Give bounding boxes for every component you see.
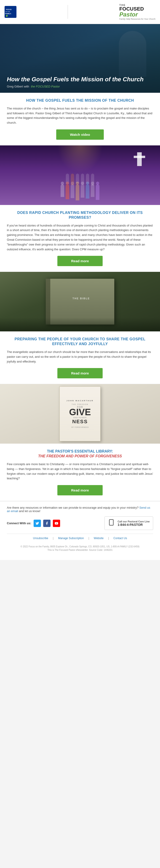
book-author: JOHN MACARTHUR	[67, 400, 93, 402]
article-4-title-line1: THE PASTOR'S ESSENTIAL LIBRARY:	[7, 449, 153, 454]
separator-2: |	[88, 536, 89, 540]
pastoral-info: Call our Pastoral Care Line 1-844-4-PAST…	[118, 520, 150, 527]
book-ness: NESS	[72, 418, 88, 425]
facebook-icon[interactable]	[43, 520, 50, 527]
article-4-title: THE PASTOR'S ESSENTIAL LIBRARY: THE FREE…	[7, 449, 153, 459]
tagline-text: Family Help Resources for Your Church	[119, 18, 155, 20]
header-divider	[68, 5, 68, 19]
book-give: GIVE	[69, 407, 91, 416]
svg-text:ON THE: ON THE	[5, 11, 10, 12]
article-3-image: THE BIBLE	[0, 272, 160, 332]
article-3-body: The evangelistic aspirations of our chur…	[7, 350, 153, 364]
hero-image: How the Gospel Fuels the Mission of the …	[0, 24, 160, 93]
focused-pastor-logo: THE FOCUSED Pastor Family Help Resources…	[119, 4, 155, 20]
article-4-image: JOHN MACARTHUR THE FREEDOM FOR GIVE AND …	[0, 384, 160, 444]
article-4-title-line2: THE FREEDOM AND POWER OF FORGIVENESS	[7, 454, 153, 459]
svg-text:♦: ♦	[6, 16, 7, 17]
article-1-title: HOW THE GOSPEL FUELS THE MISSION OF THE …	[7, 98, 153, 103]
hero-author: Greg Gilbert with the FOCUSED Pastor	[7, 85, 144, 88]
pastor-label: Pastor	[119, 11, 138, 18]
hero-author-prefix: Greg Gilbert with	[7, 85, 29, 88]
read-more-button-3[interactable]: Read more	[57, 485, 103, 495]
encourage-text: Are there any resources or information w…	[7, 506, 153, 513]
and-text: and let us know!	[19, 509, 40, 513]
hero-overlay: How the Gospel Fuels the Mission of the …	[7, 76, 144, 88]
article-4-body: Few concepts are more basic to Christian…	[7, 462, 153, 481]
article-4-cta-wrapper: Read more	[7, 485, 153, 495]
focused-label: FOCUSED	[119, 6, 144, 11]
phone-icon	[108, 519, 115, 527]
connect-row: Connect With us: Call our Pastoral Care …	[7, 517, 153, 530]
connect-label: Connect With us:	[7, 522, 31, 525]
article-1-section: HOW THE GOSPEL FUELS THE MISSION OF THE …	[0, 93, 160, 146]
article-2-image	[0, 146, 160, 205]
article-3-section: PREPARING THE PEOPLE OF YOUR CHURCH TO S…	[0, 332, 160, 384]
book-and-power: AND POWER	[73, 416, 87, 418]
article-2-cta-wrapper: Read more	[7, 256, 153, 266]
svg-text:FAMILY.: FAMILY.	[5, 12, 11, 14]
book-of-forgiveness: OF FORGIVENESS	[71, 427, 89, 428]
pastoral-care-line: Call our Pastoral Care Line 1-844-4-PAST…	[105, 517, 153, 530]
copyright-line1: © 2022 Focus on the Family, 8605 Explore…	[11, 545, 149, 548]
separator-3: |	[108, 536, 109, 540]
article-3-cta-wrapper: Read more	[7, 368, 153, 378]
manage-subscription-link[interactable]: Manage Subscription	[58, 536, 84, 540]
book-title-the: THE FREEDOM	[72, 404, 88, 405]
watch-video-button[interactable]: Watch video	[56, 129, 104, 140]
article-1-cta-wrapper: Watch video	[7, 129, 153, 140]
hero-title: How the Gospel Fuels the Mission of the …	[7, 76, 144, 83]
article-2-section: DOES RAPID CHURCH PLANTING METHODOLOGY D…	[0, 205, 160, 272]
youtube-icon[interactable]	[53, 520, 60, 527]
article-1-body: The mission of the church – the thing Je…	[7, 106, 153, 125]
article-4-section: THE PASTOR'S ESSENTIAL LIBRARY: THE FREE…	[0, 444, 160, 501]
hero-author-brand: the FOCUSED Pastor	[31, 85, 59, 88]
pastoral-phone: 1-844-4-PASTOR	[118, 523, 150, 527]
article-2-title: DOES RAPID CHURCH PLANTING METHODOLOGY D…	[7, 211, 153, 220]
connect-us: Connect With us:	[7, 520, 60, 527]
pastoral-line1: Call our Pastoral Care Line	[118, 520, 150, 523]
svg-text:FOCUS: FOCUS	[6, 9, 12, 10]
separator-1: |	[53, 536, 53, 540]
connect-section: Are there any resources or information w…	[0, 501, 160, 560]
article-3-title: PREPARING THE PEOPLE OF YOUR CHURCH TO S…	[7, 337, 153, 346]
unsubscribe-link[interactable]: Unsubscribe	[33, 536, 48, 540]
footer-copyright: © 2022 Focus on the Family, 8605 Explore…	[7, 542, 153, 555]
read-more-button-1[interactable]: Read more	[57, 256, 103, 266]
svg-rect-7	[110, 520, 114, 525]
book-cover: JOHN MACARTHUR THE FREEDOM FOR GIVE AND …	[59, 386, 101, 441]
copyright-line2: This is The Focused Pastor eNewsletter. …	[11, 548, 149, 552]
twitter-icon[interactable]	[34, 520, 41, 527]
footer-links: Unsubscribe | Manage Subscription | Webs…	[7, 534, 153, 542]
website-link[interactable]: Website	[94, 536, 104, 540]
email-header: FOCUS ON THE FAMILY. ♦ THE FOCUSED Pasto…	[0, 0, 160, 24]
article-2-body: If you've heard stories of hundreds of t…	[7, 223, 153, 252]
contact-link[interactable]: Contact Us	[113, 536, 127, 540]
focus-on-family-logo: FOCUS ON THE FAMILY. ♦	[5, 6, 16, 18]
read-more-button-2[interactable]: Read more	[57, 368, 103, 378]
